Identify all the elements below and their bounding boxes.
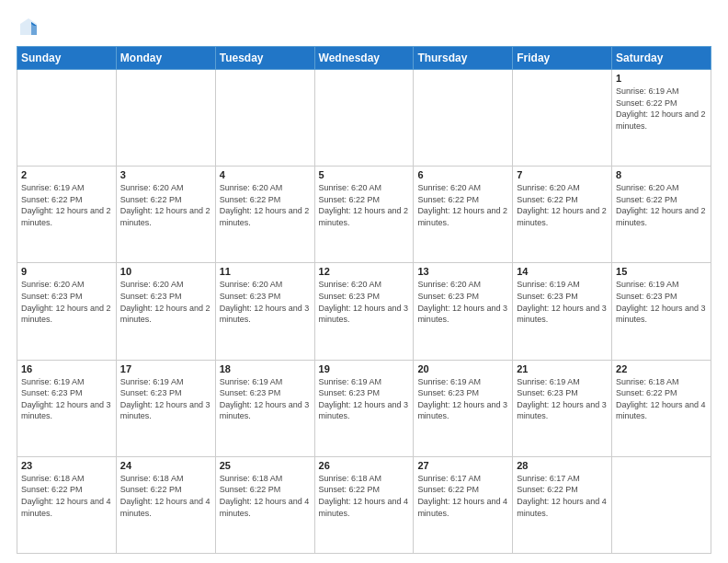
calendar-cell: 14Sunrise: 6:19 AM Sunset: 6:23 PM Dayli… [513,263,612,360]
calendar-cell [513,70,612,167]
calendar-cell: 24Sunrise: 6:18 AM Sunset: 6:22 PM Dayli… [116,456,215,553]
day-number: 16 [21,363,112,374]
day-number: 5 [319,169,410,180]
calendar-week-5: 23Sunrise: 6:18 AM Sunset: 6:22 PM Dayli… [17,456,711,553]
day-info: Sunrise: 6:20 AM Sunset: 6:23 PM Dayligh… [21,279,112,325]
day-number: 14 [517,266,608,277]
day-info: Sunrise: 6:20 AM Sunset: 6:23 PM Dayligh… [319,279,410,325]
calendar-cell: 4Sunrise: 6:20 AM Sunset: 6:22 PM Daylig… [215,167,314,263]
calendar-cell: 21Sunrise: 6:19 AM Sunset: 6:23 PM Dayli… [513,360,612,456]
calendar-cell: 15Sunrise: 6:19 AM Sunset: 6:23 PM Dayli… [612,263,711,360]
calendar-cell: 19Sunrise: 6:19 AM Sunset: 6:23 PM Dayli… [314,360,414,456]
calendar-cell: 5Sunrise: 6:20 AM Sunset: 6:22 PM Daylig… [314,167,414,263]
calendar-cell [612,456,711,553]
calendar-cell: 9Sunrise: 6:20 AM Sunset: 6:23 PM Daylig… [17,263,117,360]
calendar-cell: 26Sunrise: 6:18 AM Sunset: 6:22 PM Dayli… [314,456,414,553]
day-number: 12 [319,266,410,277]
calendar-cell: 20Sunrise: 6:19 AM Sunset: 6:23 PM Dayli… [414,360,513,456]
day-info: Sunrise: 6:20 AM Sunset: 6:22 PM Dayligh… [319,182,410,228]
calendar-cell: 23Sunrise: 6:18 AM Sunset: 6:22 PM Dayli… [17,456,117,553]
calendar-cell: 22Sunrise: 6:18 AM Sunset: 6:22 PM Dayli… [612,360,711,456]
calendar-cell [116,70,215,167]
calendar-cell: 1Sunrise: 6:19 AM Sunset: 6:22 PM Daylig… [612,70,711,167]
day-number: 4 [220,169,311,180]
day-info: Sunrise: 6:20 AM Sunset: 6:22 PM Dayligh… [120,182,211,228]
day-number: 17 [120,363,211,374]
day-number: 18 [220,363,311,374]
day-info: Sunrise: 6:17 AM Sunset: 6:22 PM Dayligh… [417,473,508,519]
calendar-cell: 18Sunrise: 6:19 AM Sunset: 6:23 PM Dayli… [215,360,314,456]
day-info: Sunrise: 6:19 AM Sunset: 6:22 PM Dayligh… [21,182,112,228]
header [17,17,711,37]
col-header-sunday: Sunday [17,47,117,70]
calendar-week-2: 2Sunrise: 6:19 AM Sunset: 6:22 PM Daylig… [17,167,711,263]
calendar-cell [414,70,513,167]
day-number: 23 [21,460,112,471]
day-number: 20 [417,363,508,374]
col-header-saturday: Saturday [612,47,711,70]
calendar-cell: 6Sunrise: 6:20 AM Sunset: 6:22 PM Daylig… [414,167,513,263]
day-number: 9 [21,266,112,277]
day-info: Sunrise: 6:19 AM Sunset: 6:23 PM Dayligh… [417,376,508,422]
calendar-week-1: 1Sunrise: 6:19 AM Sunset: 6:22 PM Daylig… [17,70,711,167]
calendar-cell [215,70,314,167]
day-number: 28 [517,460,608,471]
logo [17,17,39,37]
calendar-cell [17,70,117,167]
page: SundayMondayTuesdayWednesdayThursdayFrid… [0,0,728,563]
day-info: Sunrise: 6:19 AM Sunset: 6:23 PM Dayligh… [517,279,608,325]
calendar-cell: 8Sunrise: 6:20 AM Sunset: 6:22 PM Daylig… [612,167,711,263]
calendar-cell: 2Sunrise: 6:19 AM Sunset: 6:22 PM Daylig… [17,167,117,263]
calendar-cell: 25Sunrise: 6:18 AM Sunset: 6:22 PM Dayli… [215,456,314,553]
calendar-table: SundayMondayTuesdayWednesdayThursdayFrid… [17,46,711,554]
day-number: 24 [120,460,211,471]
logo-icon [18,17,39,37]
day-info: Sunrise: 6:20 AM Sunset: 6:22 PM Dayligh… [417,182,508,228]
day-number: 10 [120,266,211,277]
day-info: Sunrise: 6:19 AM Sunset: 6:23 PM Dayligh… [616,279,707,325]
calendar-header-row: SundayMondayTuesdayWednesdayThursdayFrid… [17,47,711,70]
calendar-cell: 13Sunrise: 6:20 AM Sunset: 6:23 PM Dayli… [414,263,513,360]
day-info: Sunrise: 6:19 AM Sunset: 6:23 PM Dayligh… [517,376,608,422]
day-info: Sunrise: 6:17 AM Sunset: 6:22 PM Dayligh… [517,473,608,519]
calendar-cell: 17Sunrise: 6:19 AM Sunset: 6:23 PM Dayli… [116,360,215,456]
calendar-cell: 3Sunrise: 6:20 AM Sunset: 6:22 PM Daylig… [116,167,215,263]
day-number: 26 [319,460,410,471]
calendar-week-3: 9Sunrise: 6:20 AM Sunset: 6:23 PM Daylig… [17,263,711,360]
calendar-cell: 11Sunrise: 6:20 AM Sunset: 6:23 PM Dayli… [215,263,314,360]
day-info: Sunrise: 6:19 AM Sunset: 6:23 PM Dayligh… [220,376,311,422]
day-number: 7 [517,169,608,180]
day-number: 25 [220,460,311,471]
calendar-cell [314,70,414,167]
day-number: 8 [616,169,707,180]
day-number: 21 [517,363,608,374]
day-number: 15 [616,266,707,277]
day-number: 22 [616,363,707,374]
calendar-cell: 10Sunrise: 6:20 AM Sunset: 6:23 PM Dayli… [116,263,215,360]
day-number: 6 [417,169,508,180]
day-info: Sunrise: 6:20 AM Sunset: 6:22 PM Dayligh… [220,182,311,228]
day-number: 11 [220,266,311,277]
day-number: 13 [417,266,508,277]
day-info: Sunrise: 6:18 AM Sunset: 6:22 PM Dayligh… [616,376,707,422]
calendar-week-4: 16Sunrise: 6:19 AM Sunset: 6:23 PM Dayli… [17,360,711,456]
day-info: Sunrise: 6:18 AM Sunset: 6:22 PM Dayligh… [120,473,211,519]
calendar-cell: 27Sunrise: 6:17 AM Sunset: 6:22 PM Dayli… [414,456,513,553]
day-info: Sunrise: 6:20 AM Sunset: 6:23 PM Dayligh… [417,279,508,325]
col-header-friday: Friday [513,47,612,70]
day-number: 19 [319,363,410,374]
day-info: Sunrise: 6:18 AM Sunset: 6:22 PM Dayligh… [220,473,311,519]
day-info: Sunrise: 6:20 AM Sunset: 6:23 PM Dayligh… [120,279,211,325]
day-info: Sunrise: 6:20 AM Sunset: 6:23 PM Dayligh… [220,279,311,325]
calendar-cell: 7Sunrise: 6:20 AM Sunset: 6:22 PM Daylig… [513,167,612,263]
day-number: 1 [616,73,707,84]
col-header-monday: Monday [116,47,215,70]
calendar-cell: 16Sunrise: 6:19 AM Sunset: 6:23 PM Dayli… [17,360,117,456]
day-info: Sunrise: 6:20 AM Sunset: 6:22 PM Dayligh… [616,182,707,228]
day-number: 2 [21,169,112,180]
day-number: 3 [120,169,211,180]
col-header-wednesday: Wednesday [314,47,414,70]
calendar-cell: 28Sunrise: 6:17 AM Sunset: 6:22 PM Dayli… [513,456,612,553]
calendar-cell: 12Sunrise: 6:20 AM Sunset: 6:23 PM Dayli… [314,263,414,360]
day-info: Sunrise: 6:19 AM Sunset: 6:22 PM Dayligh… [616,86,707,132]
